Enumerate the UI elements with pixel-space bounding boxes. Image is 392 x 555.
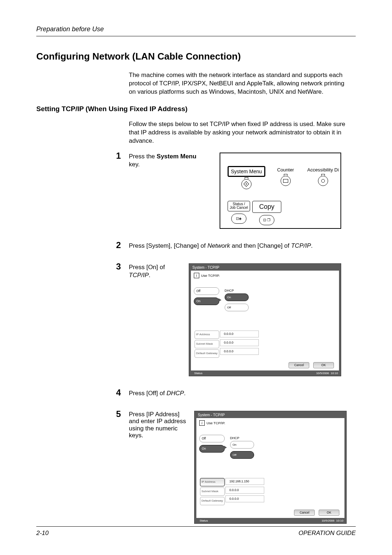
follow-paragraph: Follow the steps below to set TCP/IP whe…	[129, 120, 348, 145]
system-menu-key-icon	[241, 179, 252, 189]
step-number-2: 2	[36, 240, 129, 250]
step-3-text: Press [On] of TCP/IP.	[129, 263, 185, 279]
accessibility-button[interactable]: Accessibility Di	[306, 166, 340, 189]
ip-address-value: 0.0.0.0	[220, 331, 259, 337]
page-number: 2-10	[36, 530, 49, 537]
step-number-1: 1	[36, 150, 129, 161]
step-4-text: Press [Off] of DHCP.	[129, 389, 356, 397]
accessibility-key-icon	[318, 176, 328, 186]
use-tcpip-label: Use TCP/IP.	[207, 421, 225, 425]
dhcp-on-button[interactable]: On	[225, 293, 249, 301]
top-rule	[36, 36, 356, 36]
screen-title: System - TCP/IP	[195, 411, 346, 418]
status-label: Status	[194, 372, 203, 375]
status-date: 10/5/2006	[316, 372, 329, 375]
step-number-4: 4	[36, 387, 129, 398]
status-jobcancel-button[interactable]: Status /Job Cancel ⊡◈	[228, 201, 250, 225]
dhcp-off-button[interactable]: Off	[230, 451, 254, 459]
system-menu-button[interactable]: System Menu	[228, 166, 265, 189]
step-number-5: 5	[36, 409, 129, 419]
status-key-icon: ⊡◈	[231, 214, 246, 224]
status-date: 10/5/2006	[322, 519, 335, 522]
step-2-text: Press [System], [Change] of Network and …	[129, 242, 356, 250]
tcpip-screen-step3: System - TCP/IP i Use TCP/IP. Off On DHC	[189, 263, 341, 376]
default-gateway-value: 0.0.0.0	[225, 495, 264, 502]
control-panel-figure: System Menu Counter Accessibility Di Sta…	[220, 153, 341, 229]
cancel-button[interactable]: Cancel	[289, 362, 309, 368]
status-label: Status	[200, 519, 208, 522]
counter-key-icon	[281, 176, 291, 186]
chapter-title: Preparation before Use	[36, 25, 356, 33]
section-title: Configuring Network (LAN Cable Connectio…	[36, 51, 356, 62]
default-gateway-button[interactable]: Default Gateway	[200, 497, 225, 505]
tcpip-on-button[interactable]: On	[194, 297, 219, 305]
step-number-3: 3	[36, 261, 129, 272]
tcpip-screen-step5: System - TCP/IP i Use TCP/IP. Off On DHC	[194, 411, 347, 524]
ok-button[interactable]: OK	[319, 510, 339, 516]
subnet-mask-button[interactable]: Subnet Mask	[200, 487, 225, 496]
dhcp-off-button[interactable]: Off	[225, 304, 249, 311]
status-time: 10:10	[336, 519, 343, 522]
step-5-text: Press [IP Address] and enter IP address …	[129, 411, 191, 439]
subheading: Setting TCP/IP (When Using Fixed IP Addr…	[36, 105, 356, 113]
tcpip-off-button[interactable]: Off	[199, 435, 225, 442]
default-gateway-button[interactable]: Default Gateway	[195, 349, 219, 358]
ok-button[interactable]: OK	[313, 362, 334, 368]
copy-key-icon: ⊡ ❐	[259, 215, 274, 225]
counter-button[interactable]: Counter	[273, 166, 299, 189]
intro-paragraph: The machine comes with the network inter…	[129, 71, 352, 96]
dhcp-label: DHCP	[225, 289, 249, 292]
ip-address-button[interactable]: IP Address	[200, 478, 225, 486]
pointer-icon	[224, 446, 227, 449]
subnet-mask-value: 0.0.0.0	[225, 487, 264, 494]
status-time: 10:10	[331, 372, 338, 375]
tcpip-on-button[interactable]: On	[199, 445, 225, 453]
subnet-mask-button[interactable]: Subnet Mask	[195, 340, 219, 348]
subnet-mask-value: 0.0.0.0	[220, 339, 259, 346]
default-gateway-value: 0.0.0.0	[220, 348, 259, 355]
bottom-rule	[36, 526, 356, 527]
dhcp-on-button[interactable]: On	[230, 441, 254, 449]
step-1-text: Press the System Menu key.	[129, 153, 209, 169]
info-icon: i	[199, 420, 205, 426]
info-icon: i	[194, 273, 199, 278]
pointer-icon	[219, 298, 221, 302]
copy-button[interactable]: Copy ⊡ ❐	[252, 201, 281, 225]
use-tcpip-label: Use TCP/IP.	[201, 274, 220, 278]
operation-guide-label: OPERATION GUIDE	[299, 530, 356, 537]
tcpip-off-button[interactable]: Off	[194, 287, 219, 295]
dhcp-label: DHCP	[230, 436, 254, 440]
screen-title: System - TCP/IP	[189, 264, 341, 271]
ip-address-value: 192.168.1.150	[225, 478, 264, 485]
ip-address-button[interactable]: IP Address	[195, 331, 219, 339]
cancel-button[interactable]: Cancel	[294, 510, 315, 516]
